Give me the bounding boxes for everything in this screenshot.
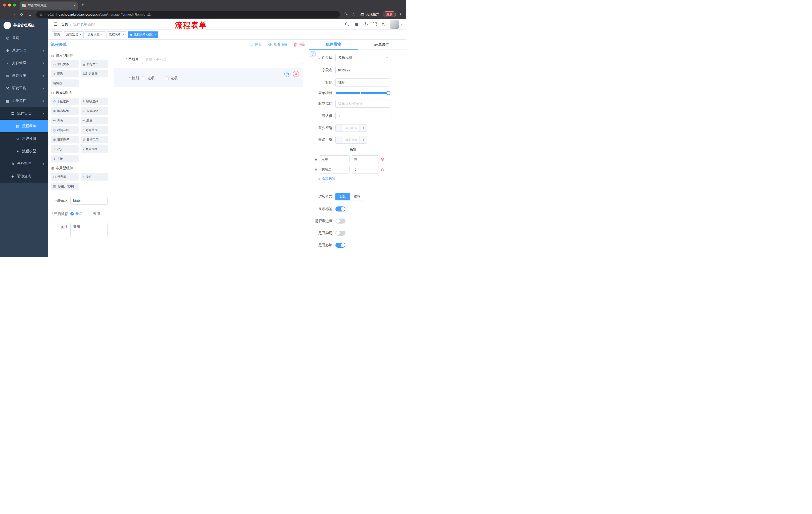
bookmark-star-icon[interactable]: ☆ [350, 12, 356, 17]
tab-close-icon[interactable]: × [74, 3, 76, 7]
component-cascader[interactable]: ⋔级联选择 [81, 98, 108, 105]
form-remark-textarea[interactable]: 嘿嘿 [70, 223, 108, 237]
tag-close-icon[interactable]: × [80, 33, 81, 36]
delete-field-button[interactable] [293, 71, 299, 77]
address-bar[interactable]: ⚠ 不安全 | dashboard.yudao.iocoder.cn/bpm/m… [36, 11, 340, 18]
tab-form-props[interactable]: 表单属性 [358, 40, 406, 50]
gender-option-2[interactable]: 选项二 [165, 76, 181, 80]
stepper-minus-button[interactable]: − [336, 125, 343, 132]
style-default-button[interactable]: 默认 [336, 193, 350, 200]
component-checkbox-group[interactable]: ☑多选框组 [81, 107, 108, 115]
home-icon[interactable]: ⌂ [27, 12, 33, 17]
component-date-picker[interactable]: ▣日期选择 [51, 136, 79, 143]
help-icon[interactable]: ? [364, 22, 368, 26]
component-time-picker[interactable]: ◷时间选择 [51, 126, 79, 134]
sidebar-item-leave-query[interactable]: ☻ 请假查询 [0, 170, 48, 183]
reload-icon[interactable]: ⟳ [19, 12, 25, 17]
zoom-window-button[interactable] [13, 3, 16, 6]
tag-process-definition[interactable]: 流程定义 × [64, 31, 84, 38]
grid-slider[interactable] [336, 92, 388, 94]
required-switch[interactable] [336, 243, 345, 248]
option-value-input[interactable] [352, 166, 379, 173]
stepper-plus-button[interactable]: + [360, 136, 367, 143]
option-label-input[interactable] [320, 155, 350, 163]
status-off-radio[interactable]: 关闭 [88, 212, 100, 216]
component-counter[interactable]: 123计数器 [81, 70, 108, 77]
component-multi-text[interactable]: ▤多行文本 [81, 60, 108, 68]
avatar[interactable] [390, 20, 399, 29]
sidebar-item-process-model[interactable]: ➤ 流程模型 [0, 145, 48, 157]
slider-handle[interactable] [386, 91, 390, 95]
tag-process-model[interactable]: 流程模型 × [85, 31, 105, 38]
disabled-switch[interactable] [336, 231, 345, 236]
update-button[interactable]: 更新 [383, 11, 396, 17]
stepper-plus-button[interactable]: + [360, 125, 367, 132]
tag-home[interactable]: 首页 [52, 31, 62, 38]
github-icon[interactable] [354, 22, 359, 27]
phone-field-row[interactable]: * 手机号 [114, 53, 303, 66]
field-name-input[interactable] [336, 66, 390, 74]
phone-input[interactable] [142, 55, 303, 64]
browser-tab[interactable]: 芋道管理系统 × [20, 1, 78, 9]
status-on-radio[interactable]: 开启 [70, 212, 82, 216]
sidebar-item-workflow[interactable]: ▦ 工作流程 ∧ [0, 94, 48, 107]
sidebar-item-user-group[interactable]: ☺ 用户分组 [0, 132, 48, 145]
form-name-input[interactable] [70, 197, 108, 205]
link-fab-button[interactable] [310, 51, 316, 57]
component-radio-group[interactable]: ◉单选框组 [51, 107, 79, 115]
sidebar-item-process-mgmt[interactable]: ≣ 流程管理 ∧ [0, 107, 48, 120]
sidebar-item-infra[interactable]: ⊞ 基础设施 ∨ [0, 70, 48, 82]
component-row-container[interactable]: ▢行容器 [51, 173, 79, 181]
sidebar-item-process-form[interactable]: ▤ 流程表单 [0, 120, 48, 132]
drag-handle-icon[interactable]: ≣ [314, 157, 318, 161]
fullscreen-icon[interactable] [372, 22, 377, 27]
min-select-placeholder[interactable]: 至少应选 [343, 125, 360, 132]
sidebar-item-task-mgmt[interactable]: ⋔ 任务管理 ∨ [0, 157, 48, 170]
back-icon[interactable]: ← [2, 12, 9, 17]
border-switch[interactable] [336, 218, 345, 223]
copy-field-button[interactable] [284, 71, 290, 77]
minimize-window-button[interactable] [8, 3, 11, 6]
stepper-minus-button[interactable]: − [336, 136, 343, 143]
tag-close-icon[interactable]: × [101, 33, 103, 36]
sidebar-item-home[interactable]: ◴ 首页 [0, 32, 48, 44]
tab-component-props[interactable]: 组件属性 [309, 40, 358, 50]
default-value-input[interactable] [336, 112, 390, 120]
component-color-picker[interactable]: ◑颜色选择 [81, 145, 108, 153]
component-type-select[interactable]: 多选框组▾ [336, 54, 390, 62]
component-rate[interactable]: ☆评分 [51, 145, 79, 153]
browser-menu-icon[interactable]: ⋮ [398, 12, 404, 17]
component-table[interactable]: ▦表格[开发中] [51, 183, 79, 190]
forward-icon[interactable]: → [10, 12, 17, 17]
component-switch[interactable]: ⊷开关 [51, 117, 79, 124]
label-width-input[interactable] [336, 100, 390, 108]
component-editor[interactable]: 编辑器 [51, 79, 79, 87]
menu-fold-icon[interactable]: ☰ [48, 22, 61, 27]
option-value-input[interactable] [352, 155, 379, 163]
max-select-placeholder[interactable]: 最多可选 [343, 136, 360, 143]
password-key-icon[interactable] [343, 12, 349, 17]
tag-close-icon[interactable]: × [154, 33, 156, 36]
gender-option-1[interactable]: 选项一 [142, 76, 158, 80]
component-time-range[interactable]: ◔时间范围 [81, 126, 108, 134]
search-icon[interactable] [344, 22, 349, 27]
title-input[interactable] [336, 78, 390, 86]
avatar-caret-icon[interactable]: ▾ [401, 23, 403, 26]
remove-option-icon[interactable]: ⊖ [381, 157, 384, 161]
close-window-button[interactable] [3, 3, 6, 6]
security-label[interactable]: 不安全 [45, 12, 54, 17]
breadcrumb-home[interactable]: 首页 [61, 22, 68, 27]
component-dropdown[interactable]: ◎下拉选择 [51, 98, 79, 105]
sidebar-item-payment[interactable]: ¥ 支付管理 ∨ [0, 57, 48, 70]
component-password[interactable]: ∗密码 [51, 70, 79, 77]
component-upload[interactable]: ↥上传 [51, 155, 79, 162]
new-tab-button[interactable]: + [81, 2, 84, 7]
save-button[interactable]: ✓ 保存 [251, 42, 262, 47]
tag-process-form[interactable]: 流程表单 × [107, 31, 126, 38]
style-button-button[interactable]: 按钮 [350, 193, 364, 200]
remove-option-icon[interactable]: ⊖ [381, 168, 384, 172]
gender-field-selected[interactable]: * 性别 选项一 选项二 [114, 69, 303, 87]
component-single-text[interactable]: ▭单行文本 [51, 60, 79, 68]
clear-button[interactable]: 清空 [293, 42, 306, 47]
drag-handle-icon[interactable]: ≣ [314, 167, 318, 172]
